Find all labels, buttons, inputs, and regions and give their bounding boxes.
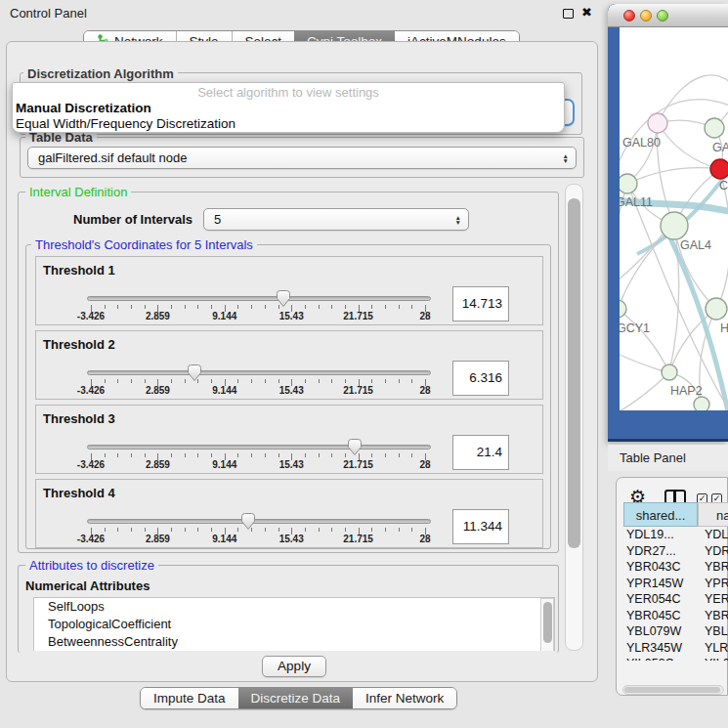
table-horizontal-scrollbar-thumb[interactable] [624, 687, 720, 693]
table-cell: YDR27... [698, 543, 728, 560]
slider-track[interactable] [87, 445, 431, 450]
tick-label: 21.715 [327, 385, 390, 396]
network-node-H[interactable] [706, 298, 727, 320]
slider-thumb[interactable] [187, 364, 202, 382]
minor-tick [319, 305, 320, 309]
minor-tick [131, 528, 132, 532]
table-cell: YER054C [623, 591, 698, 608]
table-row[interactable]: YDR27...YDR27... [623, 543, 728, 560]
threshold-value-input[interactable]: 6.316 [452, 361, 509, 396]
threshold-value-input[interactable]: 21.4 [452, 435, 509, 470]
threshold-value-input[interactable]: 11.344 [452, 509, 509, 544]
table-row[interactable]: YER054CYER054C [623, 591, 728, 608]
table-cell: YBR045C [698, 608, 728, 624]
close-icon[interactable]: ✖ [581, 5, 592, 20]
column-header-na[interactable]: na [698, 502, 728, 527]
attribute-list-item[interactable]: BetweennessCentrality [34, 633, 554, 651]
minor-tick [278, 528, 279, 532]
minor-tick [117, 528, 118, 532]
table-row[interactable]: YBL079WYBL079W [623, 623, 728, 640]
minor-tick [117, 305, 118, 309]
minor-tick [171, 305, 172, 309]
attribute-list-item[interactable]: SelfLoops [34, 598, 554, 616]
minor-tick [105, 528, 106, 532]
tick-label: 9.144 [193, 459, 256, 470]
float-window-icon[interactable] [563, 9, 574, 19]
table-horizontal-scrollbar[interactable] [622, 685, 724, 695]
table-cell: YBR045C [623, 608, 698, 624]
minor-tick [145, 305, 146, 309]
threshold-label: Threshold 3 [43, 411, 115, 426]
table-row[interactable]: YPR145WYPR145W [623, 576, 728, 592]
minor-tick [145, 528, 146, 532]
stepper-arrows-icon: ▲▼ [563, 152, 569, 163]
tick-label: 2.859 [126, 311, 189, 321]
tick-label: 28 [394, 534, 456, 544]
table-row[interactable]: YBR045CYBR045C [623, 608, 728, 624]
slider-thumb[interactable] [276, 289, 291, 308]
bottom-tab-impute-data[interactable]: Impute Data [141, 688, 238, 708]
table-panel-bar: Table Panel [608, 445, 728, 471]
slider-thumb[interactable] [240, 512, 256, 531]
table-cell: YDL19... [698, 527, 728, 543]
node-label-RED: C [719, 179, 728, 193]
minor-tick [237, 305, 238, 309]
node-attribute-table[interactable]: YDL19...YDL19...YDR27...YDR27...YBR043CY… [623, 527, 728, 661]
network-node-GAL11[interactable] [620, 174, 637, 193]
network-node-RED[interactable] [710, 159, 728, 179]
table-panel-title: Table Panel [620, 450, 686, 465]
minor-tick [131, 453, 132, 457]
network-node-GA[interactable] [705, 118, 724, 138]
threshold-value-input[interactable]: 14.713 [452, 286, 509, 321]
minor-tick [399, 305, 400, 309]
minor-tick [251, 305, 252, 309]
bottom-tab-discretize-data[interactable]: Discretize Data [238, 688, 354, 708]
bottom-tab-infer-network[interactable]: Infer Network [353, 688, 456, 708]
network-node-GAL4[interactable] [661, 212, 688, 239]
minor-tick [237, 528, 238, 532]
popup-option-manual-discretization[interactable]: Manual Discretization [13, 100, 564, 115]
column-header-shared-[interactable]: shared... [623, 502, 698, 527]
threshold-label: Threshold 2 [43, 337, 115, 352]
tick-label: 2.859 [126, 385, 189, 396]
attributes-group-title: Attributes to discretize [25, 558, 158, 573]
attributes-list[interactable]: SelfLoopsTopologicalCoefficientBetweenne… [33, 597, 555, 651]
table-row[interactable]: YLR345WYLR345W [623, 640, 728, 657]
network-node-HAP2[interactable] [662, 364, 677, 380]
attributes-list-scrollbar-thumb[interactable] [543, 602, 552, 643]
table-cell: YDL19... [623, 527, 698, 543]
minor-tick [145, 453, 146, 457]
panel-scrollbar[interactable] [565, 184, 583, 651]
minor-tick [331, 379, 332, 383]
minimize-traffic-light-icon[interactable] [640, 10, 652, 21]
minor-tick [371, 528, 372, 532]
network-node-BOT[interactable] [694, 397, 709, 410]
attribute-list-item[interactable]: TopologicalCoefficient [34, 616, 554, 633]
close-traffic-light-icon[interactable] [623, 10, 635, 21]
table-row[interactable]: YIL053CYIL053C [623, 656, 728, 661]
bottom-tab-label: Discretize Data [251, 691, 341, 706]
slider-track[interactable] [87, 519, 431, 524]
threshold-row: Threshold 3-3.4262.8599.14415.4321.71528… [35, 405, 543, 474]
table-row[interactable]: YDL19...YDL19... [623, 527, 728, 543]
tick-label: 9.144 [193, 385, 256, 396]
network-canvas[interactable]: GAL80GACGAL11GAL4GCY1HHAP2 [620, 27, 728, 410]
zoom-traffic-light-icon[interactable] [657, 10, 668, 21]
node-label-GCY1: GCY1 [620, 321, 650, 335]
slider-track[interactable] [87, 370, 431, 375]
network-window-titlebar[interactable] [608, 4, 728, 27]
network-node-GAL80[interactable] [648, 113, 667, 133]
node-label-GAL4: GAL4 [680, 238, 711, 252]
table-row[interactable]: YBR043CYBR043C [623, 559, 728, 576]
slider-track[interactable] [87, 296, 431, 301]
attributes-list-scrollbar[interactable] [540, 598, 554, 651]
table-cell: YBR043C [698, 559, 728, 576]
popup-option-equal-width-frequency-discretization[interactable]: Equal Width/Frequency Discretization [13, 115, 564, 131]
table-data-combobox[interactable]: galFiltered.sif default node ▲▼ [27, 147, 577, 169]
panel-scrollbar-thumb[interactable] [568, 198, 580, 548]
table-cell: YDR27... [623, 543, 698, 560]
slider-thumb[interactable] [347, 438, 363, 456]
apply-button[interactable]: Apply [262, 656, 326, 677]
minor-tick [265, 528, 266, 532]
number-of-intervals-combobox[interactable]: 5 ▲▼ [203, 208, 469, 231]
